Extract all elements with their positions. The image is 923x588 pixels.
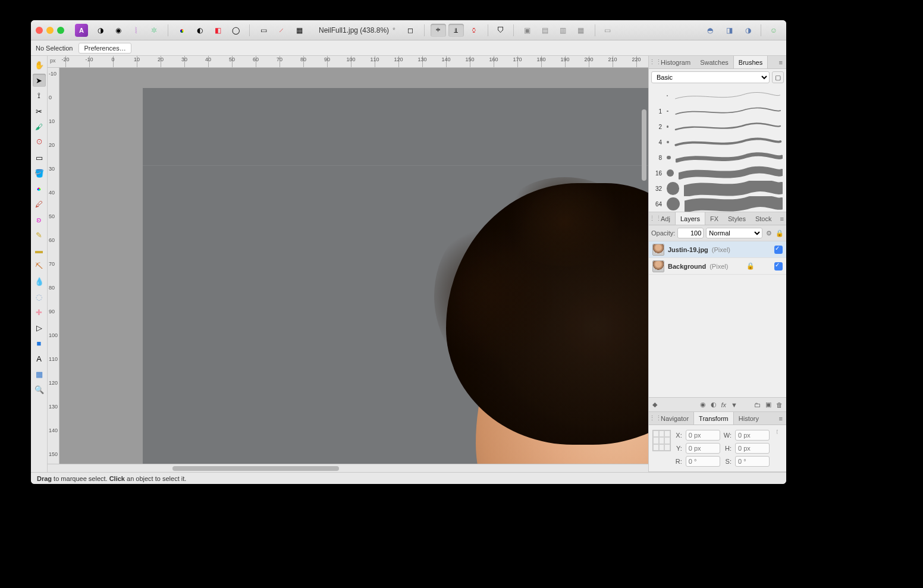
brush-preset[interactable]: 2 <box>652 119 783 134</box>
hand-tool-icon[interactable]: ✋ <box>33 58 46 71</box>
develop-persona-icon[interactable]: ⦚ <box>128 24 144 37</box>
smudge-tool-icon[interactable]: ʚ <box>33 213 46 226</box>
assistant-icon[interactable]: ⛉ <box>493 24 508 37</box>
fx-icon[interactable]: fx <box>721 401 727 408</box>
deselect-icon[interactable]: ⟋ <box>274 24 289 37</box>
opacity-input[interactable] <box>677 228 704 238</box>
preferences-button[interactable]: Preferences… <box>79 43 131 54</box>
tab-transform[interactable]: Transform <box>693 412 734 425</box>
contrast-icon[interactable]: ◐ <box>192 24 208 37</box>
tab-styles[interactable]: Styles <box>723 212 751 225</box>
brush-preset[interactable]: 32 <box>652 181 783 196</box>
w-input[interactable] <box>735 430 770 441</box>
quickmask-icon[interactable]: ◻ <box>403 24 418 37</box>
paint-tool-icon[interactable]: 🖌 <box>33 120 46 133</box>
link-dimensions-icon[interactable]: ⎵ <box>776 430 783 434</box>
selection-brush-tool-icon[interactable]: ꖴ <box>33 136 46 149</box>
vertical-scrollbar[interactable] <box>640 109 648 228</box>
refine-icon[interactable]: ▦ <box>291 24 307 37</box>
horizontal-scrollbar[interactable] <box>48 464 648 472</box>
tab-histogram[interactable]: Histogram <box>656 56 695 68</box>
brush-preset[interactable]: 4 <box>652 134 783 150</box>
anchor-selector[interactable] <box>652 430 671 451</box>
dodge-tool-icon[interactable]: 💧 <box>33 275 46 288</box>
arrange2-icon[interactable]: ▤ <box>538 24 553 37</box>
pen-tool-icon[interactable]: ▷ <box>33 321 46 334</box>
gear-icon[interactable]: ⚙ <box>765 229 773 237</box>
r-input[interactable] <box>686 456 720 467</box>
flood-tool-icon[interactable]: 🪣 <box>33 166 46 180</box>
marquee-icon[interactable]: ▭ <box>256 24 271 37</box>
panel-grip-icon[interactable]: ⋮⋮ <box>649 58 656 66</box>
lock-icon[interactable]: 🔒 <box>776 229 784 237</box>
panel-grip-icon[interactable]: ⋮⋮ <box>649 414 656 422</box>
brush-list[interactable]: 1248163264 <box>649 86 786 212</box>
shape1-icon[interactable]: ◓ <box>702 24 718 37</box>
maximize-window-icon[interactable] <box>57 27 64 34</box>
insert-icon[interactable]: ▭ <box>600 24 616 37</box>
brush-preset[interactable]: 64 <box>652 196 783 212</box>
layer-row[interactable]: Justin-19.jpg (Pixel) <box>649 241 786 258</box>
sponge-tool-icon[interactable]: ▬ <box>33 244 46 257</box>
mask-icon[interactable]: ▼ <box>731 401 737 408</box>
canvas[interactable] <box>59 68 648 464</box>
brush-tool-icon[interactable]: 🖊 <box>33 197 46 210</box>
arrange3-icon[interactable]: ▥ <box>555 24 571 37</box>
marquee-tool-icon[interactable]: ▭ <box>33 151 46 164</box>
inpaint-tool-icon[interactable]: ✎ <box>33 228 46 241</box>
add-layer-icon[interactable]: ▣ <box>765 401 771 408</box>
panel-menu-icon[interactable]: ≡ <box>776 415 786 422</box>
layer-row[interactable]: Background (Pixel)🔒 <box>649 258 786 275</box>
brush-category-select[interactable]: Basic <box>651 71 770 83</box>
s-input[interactable] <box>735 456 770 467</box>
brush-preset[interactable]: 1 <box>652 103 783 119</box>
view-tool-icon[interactable]: ⟟ <box>33 89 46 102</box>
tab-adj[interactable]: Adj <box>656 212 675 225</box>
tab-fx[interactable]: FX <box>705 212 723 225</box>
zoom-tool-icon[interactable]: 🔍 <box>33 383 46 396</box>
text-tool-icon[interactable]: A <box>33 352 46 365</box>
adj-layer-icon[interactable]: ◉ <box>700 401 706 408</box>
trash-icon[interactable]: 🗑 <box>776 401 783 408</box>
blend-mode-select[interactable]: Normal <box>706 228 762 238</box>
y-input[interactable] <box>686 443 720 454</box>
brush-preset[interactable]: 8 <box>652 150 783 165</box>
liquify-persona-icon[interactable]: ◉ <box>111 24 126 37</box>
move-tool-icon[interactable]: ➤ <box>33 74 46 87</box>
magnet-icon[interactable]: ⧲ <box>466 24 482 37</box>
snap-center-icon[interactable]: ⫫ <box>448 24 464 37</box>
brush-preset[interactable]: 16 <box>652 165 783 181</box>
arrange1-icon[interactable]: ▣ <box>520 24 535 37</box>
panel-grip-icon[interactable]: ⋮⋮ <box>649 215 656 222</box>
mesh-tool-icon[interactable]: ▦ <box>33 367 46 381</box>
blur-tool-icon[interactable]: ◌ <box>33 290 46 303</box>
snap-left-icon[interactable]: ⫩ <box>431 24 446 37</box>
panel-menu-icon[interactable]: ≡ <box>776 59 786 66</box>
minimize-window-icon[interactable] <box>46 27 54 34</box>
rgb-icon[interactable]: ● <box>174 24 190 37</box>
shape2-icon[interactable]: ◨ <box>721 24 737 37</box>
h-input[interactable] <box>735 443 770 454</box>
tab-history[interactable]: History <box>734 412 764 425</box>
brush-preset[interactable] <box>652 88 783 103</box>
layer-list[interactable]: Justin-19.jpg (Pixel)Background (Pixel)🔒 <box>649 241 786 397</box>
heal-tool-icon[interactable]: ✚ <box>33 306 46 319</box>
close-window-icon[interactable] <box>36 27 43 34</box>
tone-persona-icon[interactable]: ✲ <box>146 24 162 37</box>
fx-layer-icon[interactable]: ◐ <box>711 401 717 408</box>
shape3-icon[interactable]: ◑ <box>740 24 756 37</box>
group-icon[interactable]: 🗀 <box>754 401 761 408</box>
arrange4-icon[interactable]: ▦ <box>573 24 589 37</box>
tab-stock[interactable]: Stock <box>751 212 777 225</box>
x-input[interactable] <box>686 430 720 441</box>
tab-swatches[interactable]: Swatches <box>695 56 733 68</box>
split-icon[interactable]: ◯ <box>228 24 243 37</box>
rectangle-tool-icon[interactable]: ■ <box>33 337 46 350</box>
gradient-tool-icon[interactable]: ● <box>33 182 46 195</box>
brush-new-icon[interactable]: ▢ <box>772 71 784 83</box>
tab-navigator[interactable]: Navigator <box>656 412 693 425</box>
layer-mask-icon[interactable]: ◆ <box>652 401 657 408</box>
crop-tool-icon[interactable]: ✂ <box>33 105 46 118</box>
color-wheel-icon[interactable]: ◧ <box>210 24 225 37</box>
clone-tool-icon[interactable]: ⛏ <box>33 259 46 272</box>
